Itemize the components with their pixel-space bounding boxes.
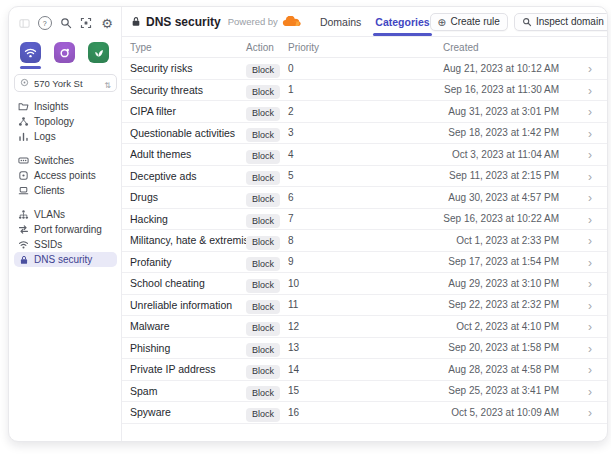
create-rule-button[interactable]: Create rule (430, 13, 508, 31)
table-row[interactable]: Militancy, hate & extremism Block 8 Oct … (122, 230, 607, 252)
chevron-right-icon[interactable] (559, 317, 607, 335)
help-icon[interactable] (38, 16, 52, 30)
created-timestamp: Aug 28, 2023 at 4:58 PM (443, 364, 559, 375)
tab[interactable]: Domains (320, 7, 361, 36)
sidebar-item[interactable]: Access points (14, 168, 117, 183)
category-name: Militancy, hate & extremism (130, 234, 246, 246)
page-tabs: Domains Categories (320, 7, 430, 36)
priority-value: 7 (288, 213, 443, 224)
chevron-right-icon[interactable] (559, 102, 607, 120)
search-icon[interactable] (59, 16, 73, 30)
category-name: Hacking (130, 213, 246, 225)
table-row[interactable]: Security risks Block 0 Aug 21, 2023 at 1… (122, 58, 607, 80)
action-badge: Block (246, 365, 280, 379)
lock-icon (131, 16, 141, 27)
action-badge: Block (246, 128, 280, 142)
created-timestamp: Aug 21, 2023 at 10:12 AM (443, 63, 559, 74)
chevron-right-icon[interactable] (559, 81, 607, 99)
category-name: Unreliable information (130, 299, 246, 311)
table-row[interactable]: Drugs Block 6 Aug 30, 2023 at 4:57 PM (122, 187, 607, 209)
table-header-row: Type Action Priority Created (122, 37, 607, 58)
table-row[interactable]: Profanity Block 9 Sep 17, 2023 at 1:54 P… (122, 252, 607, 274)
action-badge: Block (246, 300, 280, 314)
sidebar-item[interactable]: Port forwarding (14, 222, 117, 237)
chevron-right-icon[interactable] (559, 167, 607, 185)
sidebar-item[interactable]: DNS security (14, 252, 117, 267)
chevron-right-icon[interactable] (559, 339, 607, 357)
nav-group-network: VLANs Port forwarding SSIDs DNS (14, 207, 117, 267)
sidebar-item[interactable]: VLANs (14, 207, 117, 222)
priority-value: 16 (288, 407, 443, 418)
created-timestamp: Oct 5, 2023 at 10:09 AM (443, 407, 559, 418)
table-row[interactable]: Questionable activities Block 3 Sep 18, … (122, 123, 607, 145)
vlans-icon (18, 209, 29, 220)
sidebar-item-label: Access points (34, 171, 96, 181)
location-selector[interactable]: 570 York St (14, 74, 117, 92)
location-pin-icon (20, 78, 30, 88)
category-name: CIPA filter (130, 105, 246, 117)
action-badge: Block (246, 85, 280, 99)
chevron-right-icon[interactable] (559, 231, 607, 249)
table-row[interactable]: Malware Block 12 Oct 2, 2023 at 4:10 PM (122, 316, 607, 338)
console-card: 570 York St Insights Topology (8, 6, 608, 442)
chevron-right-icon[interactable] (559, 253, 607, 271)
chevron-right-icon[interactable] (559, 59, 607, 77)
tab[interactable]: Categories (375, 7, 429, 36)
magnifier-icon (522, 17, 532, 27)
table-row[interactable]: Spyware Block 16 Oct 5, 2023 at 10:09 AM (122, 402, 607, 424)
sidebar-item[interactable]: Topology (14, 114, 117, 129)
created-timestamp: Sep 16, 2023 at 11:30 AM (443, 84, 559, 95)
chevron-right-icon[interactable] (559, 188, 607, 206)
chevron-right-icon[interactable] (559, 274, 607, 292)
action-badge: Block (246, 150, 280, 164)
category-name: Questionable activities (130, 127, 246, 139)
table-row[interactable]: Spam Block 15 Sep 25, 2023 at 3:41 PM (122, 381, 607, 403)
inspect-domain-button[interactable]: Inspect domain (514, 13, 608, 31)
chevron-right-icon[interactable] (559, 403, 607, 421)
priority-value: 4 (288, 149, 443, 160)
category-name: Spyware (130, 406, 246, 418)
sidebar-toolbar (14, 15, 117, 31)
logs-icon (18, 131, 29, 142)
created-timestamp: Sep 16, 2023 at 10:22 AM (443, 213, 559, 224)
sidebar-item-label: Switches (34, 156, 74, 166)
sidebar-item-label: Port forwarding (34, 225, 102, 235)
sidebar-item[interactable]: Clients (14, 183, 117, 198)
sidebar-item-label: SSIDs (34, 240, 62, 250)
chevron-right-icon[interactable] (559, 382, 607, 400)
sidebar-item[interactable]: Switches (14, 153, 117, 168)
column-header-created: Created (443, 42, 559, 53)
ring-app-icon[interactable] (54, 42, 75, 63)
table-row[interactable]: Unreliable information Block 11 Sep 22, … (122, 295, 607, 317)
sidebar-item[interactable]: Insights (14, 99, 117, 114)
leaf-app-icon[interactable] (88, 42, 109, 63)
table-row[interactable]: Phishing Block 13 Sep 20, 2023 at 1:58 P… (122, 338, 607, 360)
chevron-right-icon[interactable] (559, 296, 607, 314)
sidebar-item-label: Clients (34, 186, 65, 196)
scan-icon[interactable] (79, 16, 93, 30)
gear-icon[interactable] (100, 16, 114, 30)
category-name: Adult themes (130, 148, 246, 160)
action-badge: Block (246, 236, 280, 250)
table-row[interactable]: Adult themes Block 4 Oct 3, 2023 at 11:0… (122, 144, 607, 166)
table-row[interactable]: Security threats Block 1 Sep 16, 2023 at… (122, 80, 607, 102)
table-row[interactable]: Hacking Block 7 Sep 16, 2023 at 10:22 AM (122, 209, 607, 231)
table-row[interactable]: CIPA filter Block 2 Aug 31, 2023 at 3:01… (122, 101, 607, 123)
table-row[interactable]: School cheating Block 10 Aug 29, 2023 at… (122, 273, 607, 295)
created-timestamp: Sep 17, 2023 at 1:54 PM (443, 256, 559, 267)
sidebar-toggle-icon[interactable] (17, 16, 31, 30)
sidebar-item[interactable]: Logs (14, 129, 117, 144)
priority-value: 0 (288, 63, 443, 74)
chevron-right-icon[interactable] (559, 360, 607, 378)
category-name: Profanity (130, 256, 246, 268)
action-badge: Block (246, 193, 280, 207)
chevron-right-icon[interactable] (559, 210, 607, 228)
chevron-right-icon[interactable] (559, 124, 607, 142)
table-row[interactable]: Private IP address Block 14 Aug 28, 2023… (122, 359, 607, 381)
table-row[interactable]: Deceptive ads Block 5 Sep 11, 2023 at 2:… (122, 166, 607, 188)
wifi-app-icon[interactable] (20, 42, 41, 63)
chevron-right-icon[interactable] (559, 145, 607, 163)
category-name: Drugs (130, 191, 246, 203)
sidebar-item[interactable]: SSIDs (14, 237, 117, 252)
location-label: 570 York St (34, 78, 100, 89)
